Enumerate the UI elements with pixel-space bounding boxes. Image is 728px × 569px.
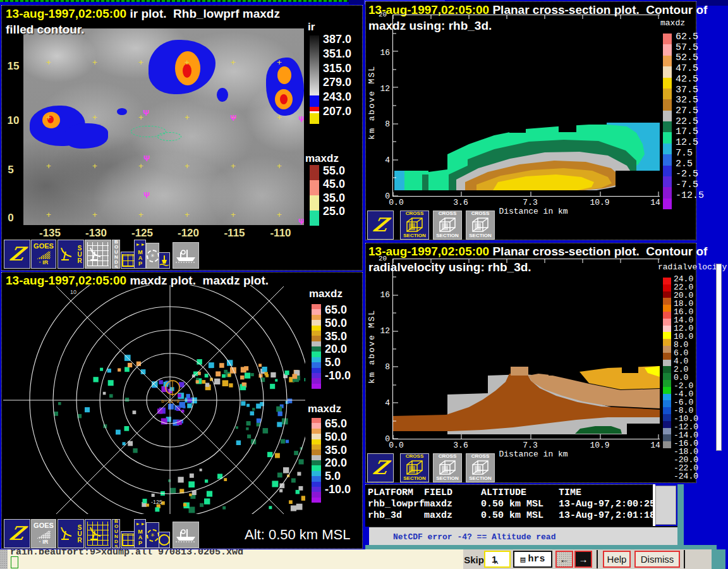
buoy-button[interactable] <box>159 252 170 269</box>
colorbar-tick-label: 50.0 <box>325 431 351 443</box>
colorbar-tick-label: 37.5 <box>676 85 704 95</box>
map-button[interactable]: MAP <box>134 240 146 269</box>
lower-window-teal-border <box>365 545 717 549</box>
sur-label: SUR <box>76 245 83 264</box>
section-label: SECTION <box>403 233 426 239</box>
step-back-button[interactable]: ← <box>555 551 573 568</box>
map-button[interactable]: MAP <box>134 519 146 548</box>
radar-echo-cell <box>286 440 289 443</box>
grid-radar-button[interactable] <box>85 240 111 269</box>
ir-colorbar-ticks: 387.0351.0315.0279.0243.0207.0 <box>323 34 351 117</box>
colorbar-tick-label: 45.0 <box>323 178 345 190</box>
cross-section-button[interactable]: CROSSSECTION <box>433 211 462 240</box>
radar-echo-cell <box>257 419 261 423</box>
radar-echo-cell <box>257 423 260 427</box>
z-logo-button[interactable]: Z <box>367 453 394 482</box>
colorbar-tick-label: 12.5 <box>676 138 704 147</box>
step-forward-button[interactable]: → <box>574 551 592 568</box>
colorbar-segment <box>312 384 321 389</box>
colorbar-segment <box>312 304 321 309</box>
radar-echo-cell <box>224 478 227 481</box>
skip-value-input[interactable]: 1 ^ <box>484 551 511 568</box>
radar-echo-cell <box>241 401 245 406</box>
timestamp: 13-aug-1997,02:05:00 <box>6 7 126 20</box>
colorbar-segment <box>312 450 321 455</box>
radar-ppi-display: b~12~9 <box>3 285 305 514</box>
map-label: MAP <box>137 529 143 546</box>
z-logo-button[interactable]: Z <box>367 211 394 240</box>
colorbar-tick-label: 57.5 <box>676 43 704 52</box>
z-logo-button[interactable]: Z <box>4 519 30 548</box>
desktop-scrollbar[interactable] <box>716 264 722 451</box>
colorbar-segment <box>312 429 321 434</box>
colorbar-tick-label: 20.0 <box>325 457 351 468</box>
goes-ir-button[interactable]: GOES· IR <box>31 240 56 269</box>
colorbar-tick-label: 35.0 <box>325 331 351 342</box>
control-divider-2 <box>684 550 685 568</box>
colorbar-segment <box>663 421 671 428</box>
bounds-button[interactable]: BOUNDS <box>112 519 120 548</box>
gear-button[interactable]: ✳ <box>146 243 159 269</box>
colorbar-segment <box>663 312 671 319</box>
radar-echo-cell <box>186 394 190 398</box>
latlon-grid-mark: + <box>46 161 51 171</box>
radar-echo-cell <box>246 404 250 407</box>
terminal-strip[interactable]: rain.beaufort:9>xdump.all 970813.0205.xw… <box>8 549 463 569</box>
colorbar-tick-label: 27.5 <box>676 106 704 116</box>
cross-section-button[interactable]: CROSSSECTION <box>466 453 495 482</box>
radar-echo-cell <box>224 370 228 374</box>
latlon-grid-mark: + <box>138 161 143 171</box>
grid-radar-button[interactable] <box>85 519 111 548</box>
goes-ir-button[interactable]: GOES· IR <box>31 519 56 548</box>
gear-button[interactable]: ✳ <box>146 522 159 548</box>
colorbar-segment <box>663 144 672 154</box>
radar-echo-cell <box>143 499 147 503</box>
xs-vel-colorbar <box>663 278 671 448</box>
status-scrollbar[interactable] <box>655 486 676 525</box>
colorbar-tick-label: 2.5 <box>676 159 704 169</box>
ship-button[interactable] <box>173 242 199 269</box>
cloud-blob-blue-3b <box>64 123 108 149</box>
hours-unit-button[interactable]: ▤ hrs <box>513 551 552 568</box>
radar-echo-cell <box>301 496 305 501</box>
ir-maxdz-colorbar <box>310 165 319 226</box>
colorbar-segment <box>312 352 321 357</box>
radar-echo-cell <box>124 367 130 372</box>
table-cell: rhb_3d <box>368 510 402 521</box>
radar-echo-cell <box>246 421 251 425</box>
station-marker-icon: Ψ <box>298 115 304 124</box>
z-logo-button[interactable]: Z <box>4 240 30 269</box>
colorbar-segment <box>663 332 671 339</box>
cross-section-button[interactable]: CROSSSECTION <box>400 453 429 482</box>
circle-button[interactable] <box>159 532 170 548</box>
bounds-button[interactable]: BOUNDS <box>112 240 120 269</box>
top-border-navy <box>349 0 364 4</box>
radar-sur-button[interactable]: SUR <box>58 240 84 269</box>
radar-echo-cell <box>200 503 203 507</box>
cloud-blob-red-2 <box>280 94 288 104</box>
radar-echo-cell <box>54 412 58 416</box>
colorbar-segment <box>312 460 321 465</box>
colorbar-tick-label: -12.5 <box>676 191 704 200</box>
radar-echo-cell <box>157 408 162 413</box>
cross-section-button[interactable]: CROSSSECTION <box>433 453 462 482</box>
cross-section-button[interactable]: CROSSSECTION <box>400 211 429 240</box>
radar-echo-cell <box>263 428 269 434</box>
ship-button[interactable] <box>173 522 199 548</box>
z-logo-glyph: Z <box>8 245 26 264</box>
radar-echo-cell <box>133 448 137 453</box>
colorbar-segment <box>312 341 321 346</box>
bounds-label: BOUNDS <box>114 519 119 548</box>
colorbar-segment <box>663 353 671 360</box>
radar-echo-cell <box>236 441 241 445</box>
radar-echo-cell <box>108 380 114 386</box>
radar-sur-button[interactable]: SUR <box>58 519 84 548</box>
colorbar-tick-label: 35.0 <box>323 192 345 204</box>
colorbar-segment <box>663 78 672 89</box>
latlon-grid-mark: + <box>92 58 97 67</box>
latlon-grid-mark: + <box>231 58 236 67</box>
table-cell: 0.50 km MSL <box>481 499 543 510</box>
help-button[interactable]: Help <box>603 551 631 568</box>
dismiss-button[interactable]: Dismiss <box>634 551 680 568</box>
cross-section-button[interactable]: CROSSSECTION <box>466 211 495 240</box>
